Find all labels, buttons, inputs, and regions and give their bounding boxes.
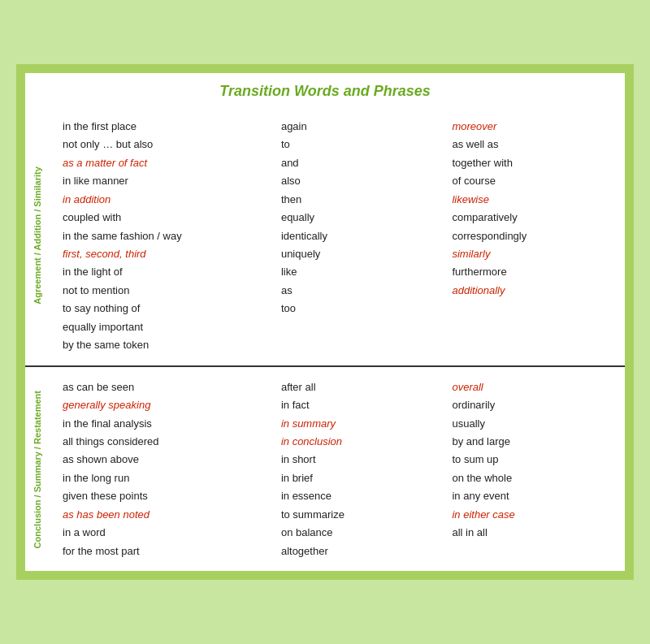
list-item: usually — [452, 415, 610, 432]
list-item: in the final analysis — [63, 415, 268, 432]
list-item: in a word — [63, 524, 268, 541]
list-item: all things considered — [63, 433, 268, 450]
list-item: comparatively — [452, 209, 610, 226]
list-item: likewise — [452, 191, 610, 208]
list-item: as a matter of fact — [63, 154, 268, 171]
list-item: overall — [452, 378, 610, 395]
section1-columns: in the first placenot only … but alsoas … — [50, 115, 617, 357]
list-item: in the first place — [63, 118, 268, 135]
list-item: altogether — [281, 542, 440, 560]
list-item: to sum up — [452, 451, 610, 468]
outer-border: Transition Words and Phrases Agreement /… — [16, 64, 634, 580]
list-item: first, second, third — [63, 245, 268, 262]
list-item: in the same fashion / way — [63, 227, 268, 244]
inner-container: Transition Words and Phrases Agreement /… — [23, 71, 627, 573]
list-item: equally — [281, 209, 440, 226]
list-item: for the most part — [63, 542, 268, 560]
list-item: ordinarily — [452, 396, 610, 413]
list-item: then — [281, 191, 440, 208]
list-item: similarly — [452, 245, 610, 262]
list-item: to — [281, 136, 440, 153]
list-item: of course — [452, 172, 610, 189]
list-item: in fact — [281, 396, 440, 413]
list-item: together with — [452, 154, 610, 171]
list-item: as — [281, 282, 440, 299]
list-item: in the long run — [63, 469, 268, 486]
list-item: to summarize — [281, 506, 440, 523]
list-item: not to mention — [63, 282, 268, 299]
section2-col3: overallordinarilyusuallyby and largeto s… — [445, 375, 617, 563]
list-item: additionally — [452, 282, 610, 299]
section1-col2: againtoandalsothenequallyidenticallyuniq… — [275, 115, 446, 357]
list-item: coupled with — [63, 209, 268, 226]
section2-columns: as can be seengenerally speakingin the f… — [50, 375, 617, 563]
list-item: to say nothing of — [63, 300, 268, 317]
list-item: also — [281, 172, 440, 189]
list-item: as well as — [452, 136, 610, 153]
list-item: generally speaking — [63, 396, 268, 413]
list-item: too — [281, 300, 440, 317]
section1-label: Agreement / Addition / Similarity — [25, 115, 50, 357]
list-item: furthermore — [452, 263, 610, 280]
list-item: identically — [281, 227, 440, 244]
list-item: in the light of — [63, 263, 268, 280]
list-item: in like manner — [63, 172, 268, 189]
list-item: again — [281, 118, 440, 135]
list-item: in summary — [281, 415, 440, 432]
list-item: given these points — [63, 487, 268, 504]
list-item: in essence — [281, 487, 440, 504]
page-title: Transition Words and Phrases — [25, 73, 625, 106]
list-item: in any event — [452, 487, 610, 504]
list-item: on balance — [281, 524, 440, 541]
section2-col1: as can be seengenerally speakingin the f… — [56, 375, 275, 563]
list-item: in brief — [281, 469, 440, 486]
list-item: like — [281, 263, 440, 280]
list-item: not only … but also — [63, 136, 268, 153]
list-item: by the same token — [63, 336, 268, 353]
section-conclusion: Conclusion / Summary / Restatement as ca… — [25, 367, 625, 571]
list-item: in short — [281, 451, 440, 468]
section1-col3: moreoveras well astogether withof course… — [445, 115, 617, 357]
list-item: by and large — [452, 433, 610, 450]
list-item: in addition — [63, 191, 268, 208]
section-agreement: Agreement / Addition / Similarity in the… — [25, 106, 625, 367]
section2-label: Conclusion / Summary / Restatement — [25, 375, 50, 563]
list-item: correspondingly — [452, 227, 610, 244]
list-item: equally important — [63, 318, 268, 335]
section1-col1: in the first placenot only … but alsoas … — [56, 115, 275, 357]
list-item: as has been noted — [63, 506, 268, 523]
list-item: uniquely — [281, 245, 440, 262]
list-item: as can be seen — [63, 378, 268, 395]
list-item: in conclusion — [281, 433, 440, 450]
list-item: after all — [281, 378, 440, 395]
list-item: moreover — [452, 118, 610, 135]
list-item: all in all — [452, 524, 610, 541]
list-item: and — [281, 154, 440, 171]
section2-col2: after allin factin summaryin conclusioni… — [275, 375, 446, 563]
list-item: in either case — [452, 506, 610, 523]
list-item: as shown above — [63, 451, 268, 468]
list-item: on the whole — [452, 469, 610, 486]
